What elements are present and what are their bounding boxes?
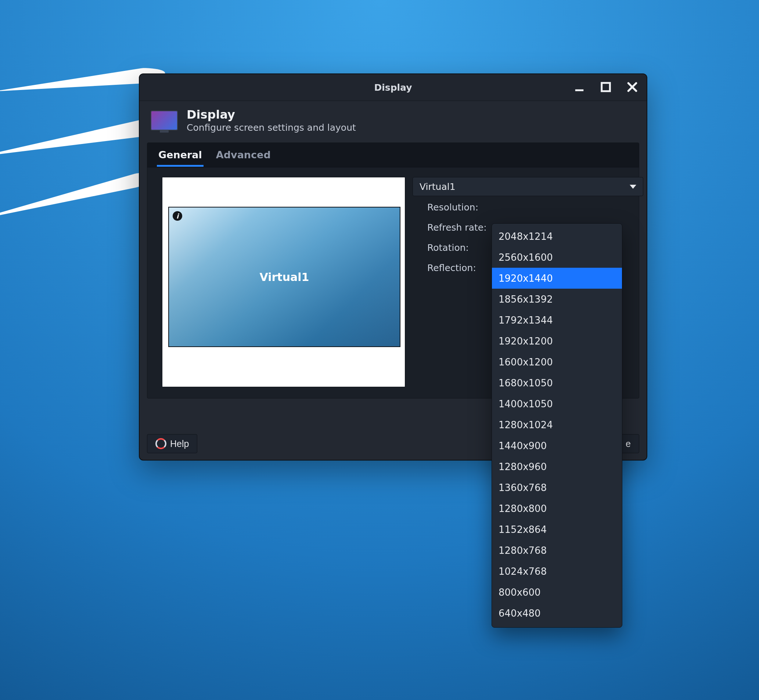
resolution-option[interactable]: 2560x1600 bbox=[492, 247, 622, 268]
minimize-icon bbox=[574, 81, 585, 92]
decorative-streak bbox=[0, 166, 161, 229]
resolution-option[interactable]: 1440x900 bbox=[492, 435, 622, 456]
header-subtitle: Configure screen settings and layout bbox=[187, 122, 356, 133]
chevron-down-icon bbox=[630, 185, 636, 189]
window-title: Display bbox=[144, 82, 642, 93]
preview-display-label: Virtual1 bbox=[260, 271, 309, 284]
label-refresh-rate: Refresh rate: bbox=[427, 221, 501, 233]
resolution-option[interactable]: 1152x864 bbox=[492, 519, 622, 540]
help-button-label: Help bbox=[170, 439, 189, 449]
resolution-option[interactable]: 1360x768 bbox=[492, 477, 622, 498]
header-title: Display bbox=[187, 108, 356, 122]
resolution-option[interactable]: 1680x1050 bbox=[492, 372, 622, 393]
resolution-option[interactable]: 1792x1344 bbox=[492, 309, 622, 331]
window-minimize-button[interactable] bbox=[570, 78, 588, 96]
resolution-option[interactable]: 800x600 bbox=[492, 582, 622, 603]
header: Display Configure screen settings and la… bbox=[139, 101, 646, 142]
resolution-option[interactable]: 1280x768 bbox=[492, 540, 622, 561]
label-rotation: Rotation: bbox=[427, 241, 501, 253]
svg-rect-1 bbox=[602, 83, 610, 91]
help-button[interactable]: Help bbox=[147, 434, 197, 453]
desktop-wallpaper: Display Display Configure screen setting… bbox=[0, 0, 759, 700]
info-icon[interactable]: i bbox=[173, 211, 182, 221]
preview-display[interactable]: i Virtual1 bbox=[168, 207, 401, 347]
display-selector[interactable]: Virtual1 bbox=[413, 177, 643, 196]
resolution-option[interactable]: 1920x1440 bbox=[492, 268, 622, 289]
resolution-option[interactable]: 1920x1200 bbox=[492, 331, 622, 352]
resolution-option[interactable]: 1856x1392 bbox=[492, 289, 622, 309]
display-icon bbox=[150, 111, 178, 130]
resolution-option[interactable]: 1600x1200 bbox=[492, 352, 622, 372]
resolution-option[interactable]: 1280x960 bbox=[492, 456, 622, 477]
resolution-option[interactable]: 2048x1214 bbox=[492, 226, 622, 247]
display-selector-value: Virtual1 bbox=[419, 181, 455, 192]
resolution-option[interactable]: 1400x1050 bbox=[492, 393, 622, 414]
resolution-option[interactable]: 1024x768 bbox=[492, 561, 622, 582]
layout-preview[interactable]: i Virtual1 bbox=[162, 177, 405, 387]
label-resolution: Resolution: bbox=[427, 200, 501, 212]
resolution-option[interactable]: 640x480 bbox=[492, 603, 622, 623]
window-close-button[interactable] bbox=[623, 78, 642, 96]
close-button-label-fragment: e bbox=[626, 439, 631, 449]
resolution-option[interactable]: 1280x800 bbox=[492, 498, 622, 519]
tab-general[interactable]: General bbox=[157, 143, 203, 167]
maximize-icon bbox=[600, 81, 611, 92]
label-reflection: Reflection: bbox=[427, 261, 501, 273]
tab-advanced[interactable]: Advanced bbox=[214, 143, 272, 167]
window-titlebar[interactable]: Display bbox=[139, 74, 646, 101]
help-icon bbox=[155, 438, 166, 449]
window-maximize-button[interactable] bbox=[596, 78, 615, 96]
resolution-dropdown-popup: 2048x12142560x16001920x14401856x13921792… bbox=[491, 223, 622, 628]
tab-bar: General Advanced bbox=[147, 143, 639, 167]
close-icon bbox=[626, 81, 638, 93]
resolution-option[interactable]: 1280x1024 bbox=[492, 414, 622, 435]
svg-rect-0 bbox=[575, 89, 584, 91]
